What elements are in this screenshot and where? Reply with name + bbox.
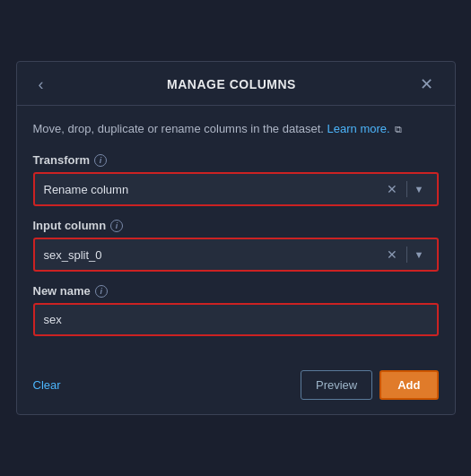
modal-title: MANAGE COLUMNS — [167, 77, 296, 91]
modal-header: ‹ MANAGE COLUMNS ✕ — [17, 62, 455, 106]
transform-select[interactable]: Rename column ✕ ▼ — [33, 172, 439, 206]
new-name-label: New name i — [33, 284, 439, 298]
description-text: Move, drop, duplicate or rename columns … — [33, 120, 439, 138]
select-divider-1 — [406, 181, 407, 197]
new-name-group: New name i — [33, 284, 439, 336]
input-column-info-icon[interactable]: i — [110, 220, 123, 232]
transform-label: Transform i — [33, 153, 439, 167]
input-column-dropdown-icon[interactable]: ▼ — [411, 249, 428, 260]
transform-clear-icon[interactable]: ✕ — [381, 183, 403, 195]
input-column-select[interactable]: sex_split_0 ✕ ▼ — [33, 238, 439, 272]
learn-more-link[interactable]: Learn more. — [327, 122, 390, 135]
clear-button[interactable]: Clear — [33, 378, 61, 392]
select-divider-2 — [406, 247, 407, 263]
back-button[interactable]: ‹ — [33, 74, 49, 94]
manage-columns-modal: ‹ MANAGE COLUMNS ✕ Move, drop, duplicate… — [16, 61, 456, 416]
transform-info-icon[interactable]: i — [94, 154, 107, 167]
modal-body: Move, drop, duplicate or rename columns … — [17, 106, 455, 366]
external-link-icon: ⧉ — [395, 122, 402, 137]
preview-button[interactable]: Preview — [301, 370, 372, 400]
transform-select-display[interactable]: Rename column ✕ ▼ — [35, 174, 437, 204]
footer-buttons: Preview Add — [301, 370, 439, 400]
close-button[interactable]: ✕ — [414, 74, 439, 94]
input-column-group: Input column i sex_split_0 ✕ ▼ — [33, 219, 439, 272]
transform-value: Rename column — [44, 183, 381, 196]
description-main: Move, drop, duplicate or rename columns … — [33, 122, 324, 135]
modal-footer: Clear Preview Add — [17, 365, 455, 414]
input-column-select-display[interactable]: sex_split_0 ✕ ▼ — [35, 239, 437, 270]
input-column-clear-icon[interactable]: ✕ — [381, 248, 403, 261]
transform-dropdown-icon[interactable]: ▼ — [411, 184, 428, 195]
new-name-input[interactable] — [35, 305, 437, 334]
input-column-label: Input column i — [33, 219, 439, 232]
modal-header-center: MANAGE COLUMNS — [49, 76, 414, 92]
add-button[interactable]: Add — [379, 370, 438, 400]
input-column-value: sex_split_0 — [44, 248, 381, 262]
transform-group: Transform i Rename column ✕ ▼ — [33, 153, 439, 206]
new-name-input-wrapper[interactable] — [33, 303, 439, 336]
new-name-info-icon[interactable]: i — [95, 285, 108, 298]
